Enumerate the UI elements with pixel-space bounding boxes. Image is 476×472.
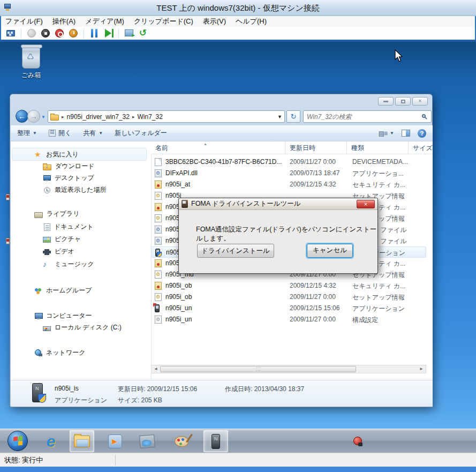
restore-icon xyxy=(401,100,405,103)
catalog-file-icon xyxy=(155,259,162,267)
power-off-icon xyxy=(55,29,64,38)
vm-statusbar: 状態: 実行中 xyxy=(0,453,476,467)
column-header-type[interactable]: 種類 xyxy=(347,141,409,154)
share-button[interactable]: 共有▼ xyxy=(83,129,103,138)
organize-button[interactable]: 整理▼ xyxy=(17,129,37,138)
breadcrumb-current[interactable]: Win7_32 xyxy=(137,113,162,121)
media-player-icon xyxy=(108,434,122,448)
sidebar-item-favorites[interactable]: ★お気に入り xyxy=(34,149,79,160)
ctrl-alt-del-button[interactable] xyxy=(5,28,16,39)
foma-install-dialog[interactable]: FOMA ドライバインストールツール × FOMA通信設定ファイル(ドライバ)を… xyxy=(178,198,378,274)
close-button[interactable]: × xyxy=(412,97,428,106)
vm-titlebar[interactable]: TEST 上の windows7(32bit) - 仮想マシン接続 xyxy=(0,0,476,16)
dialog-close-button[interactable]: × xyxy=(357,200,375,208)
new-folder-button[interactable]: 新しいフォルダー xyxy=(115,129,167,138)
table-row[interactable]: n905i_un2009/12/15 15:06アプリケーション xyxy=(151,303,426,314)
save-vm-button[interactable] xyxy=(68,28,79,39)
taskbar-foma-tool-button[interactable] xyxy=(203,430,228,452)
sidebar-item-homegroup[interactable]: ホームグループ xyxy=(34,285,92,296)
restore-button[interactable] xyxy=(395,97,411,106)
column-header-size[interactable]: サイズ xyxy=(409,141,433,154)
help-button[interactable]: ? xyxy=(418,129,426,138)
table-row[interactable]: n905i_ob2009/12/15 4:32セキュリティ カ... xyxy=(151,280,426,291)
dialog-message: FOMA通信設定ファイル(ドライバ)をパソコンにインストールします。 xyxy=(196,225,377,243)
table-row[interactable]: n905i_at2009/12/15 4:32セキュリティ カ... xyxy=(151,179,426,190)
catalog-file-icon xyxy=(155,203,162,211)
start-button[interactable] xyxy=(7,431,28,451)
sidebar-item-local-disk[interactable]: ローカル ディスク (C:) xyxy=(43,322,122,333)
turn-off-vm-button[interactable] xyxy=(40,28,51,39)
sidebar-item-recent[interactable]: 最近表示した場所 xyxy=(43,184,107,196)
chevron-down-icon: ▼ xyxy=(390,131,394,136)
sidebar-item-videos[interactable]: ビデオ xyxy=(43,246,74,257)
start-vm-button[interactable] xyxy=(26,28,37,39)
sidebar-item-music[interactable]: ♪ミュージック xyxy=(43,259,94,270)
menu-file[interactable]: ファイル(F) xyxy=(5,17,43,26)
column-header-name[interactable]: 名前 xyxy=(151,141,285,154)
back-button[interactable]: ← xyxy=(16,110,28,123)
search-box[interactable] xyxy=(303,110,432,123)
snapshot-button[interactable] xyxy=(124,28,134,39)
breadcrumb-parent[interactable]: n905i_driver_win7_32 xyxy=(67,113,130,121)
table-row[interactable]: n905i_ob2009/11/27 0:00セットアップ情報 xyxy=(151,291,426,303)
menu-help[interactable]: ヘルプ(H) xyxy=(236,17,267,26)
taskbar-ie-button[interactable]: e xyxy=(39,430,63,452)
chevron-down-icon: ▼ xyxy=(33,131,37,136)
revert-icon: ↺ xyxy=(139,28,147,38)
pause-icon xyxy=(91,29,97,38)
preview-pane-button[interactable] xyxy=(402,130,410,137)
menu-media[interactable]: メディア(M) xyxy=(85,17,124,26)
sidebar-item-network[interactable]: ネットワーク xyxy=(34,347,85,358)
table-row[interactable]: n905i_un2009/11/27 0:00構成設定 xyxy=(151,314,426,325)
recycle-bin-icon xyxy=(22,46,40,69)
address-bar[interactable]: ▸ n905i_driver_win7_32 ▸ Win7_32 ▼ xyxy=(48,110,285,123)
column-headers: ▲ 名前 更新日時 種類 サイズ xyxy=(151,141,433,154)
details-modified: 更新日時: 2009/12/15 15:06 xyxy=(118,385,197,394)
details-file-name: n905i_is xyxy=(55,385,79,392)
vm-taskbar: e A 般 ✎ ▣ ? CAPS⧉ KANA▼ ▲ ⚑ xyxy=(0,429,476,453)
menu-clipboard[interactable]: クリップボード(C) xyxy=(134,17,193,26)
driver-install-button[interactable]: ドライバインストール xyxy=(197,244,274,258)
resume-vm-button[interactable] xyxy=(103,28,114,39)
taskbar-explorer-button[interactable] xyxy=(70,430,94,452)
file-icon xyxy=(155,158,162,166)
scroll-left-icon[interactable]: ◄ xyxy=(152,365,160,373)
history-dropdown-icon[interactable]: ▼ xyxy=(41,115,46,119)
table-row[interactable]: 3BBC62BC-C340-41b7-87FC-B6C71D...2009/11… xyxy=(151,156,426,168)
paint-palette-icon xyxy=(175,436,188,447)
scroll-right-icon[interactable]: ► xyxy=(417,365,426,373)
search-input[interactable] xyxy=(307,112,414,121)
taskbar-media-player-button[interactable] xyxy=(103,430,127,452)
open-button[interactable]: 開く xyxy=(49,129,71,138)
menu-action[interactable]: 操作(A) xyxy=(52,17,75,26)
menu-view[interactable]: 表示(V) xyxy=(203,17,226,26)
sidebar-item-pictures[interactable]: ピクチャ xyxy=(43,234,81,245)
pause-vm-button[interactable] xyxy=(89,28,100,39)
horizontal-scrollbar[interactable]: ◄ ► xyxy=(151,365,426,373)
forward-button[interactable]: → xyxy=(27,110,40,123)
cancel-button[interactable]: キャンセル xyxy=(307,244,353,258)
sidebar-item-libraries[interactable]: ライブラリ xyxy=(34,208,79,220)
recycle-bin[interactable]: ごみ箱 xyxy=(16,46,46,85)
change-view-button[interactable]: ▤≡▼ xyxy=(379,130,394,137)
refresh-button[interactable]: ↻ xyxy=(286,110,300,123)
dialog-titlebar[interactable]: FOMA ドライバインストールツール xyxy=(179,198,377,210)
minimize-button[interactable] xyxy=(378,97,394,106)
address-dropdown-icon[interactable]: ▼ xyxy=(277,114,282,119)
scrollbar-thumb[interactable] xyxy=(160,366,356,372)
status-divider xyxy=(115,455,116,466)
ime-ball-icon[interactable] xyxy=(353,437,362,445)
shutdown-vm-button[interactable] xyxy=(54,28,65,39)
sidebar-item-computer[interactable]: コンピューター xyxy=(34,310,92,321)
setup-file-icon xyxy=(155,192,162,200)
sidebar-item-documents[interactable]: ドキュメント xyxy=(43,221,94,233)
sidebar-item-downloads[interactable]: ダウンロード xyxy=(43,161,94,172)
column-header-date[interactable]: 更新日時 xyxy=(285,141,347,154)
desktop-icon xyxy=(43,174,51,182)
table-row[interactable]: DIFxAPI.dll2009/07/13 18:47アプリケーショ... xyxy=(151,168,426,179)
sidebar-item-desktop[interactable]: デスクトップ xyxy=(43,173,94,184)
taskbar-paint-button[interactable] xyxy=(169,430,194,452)
revert-button[interactable]: ↺ xyxy=(138,28,148,39)
window-controls: × xyxy=(378,97,428,106)
taskbar-gadget-button[interactable] xyxy=(135,430,160,452)
